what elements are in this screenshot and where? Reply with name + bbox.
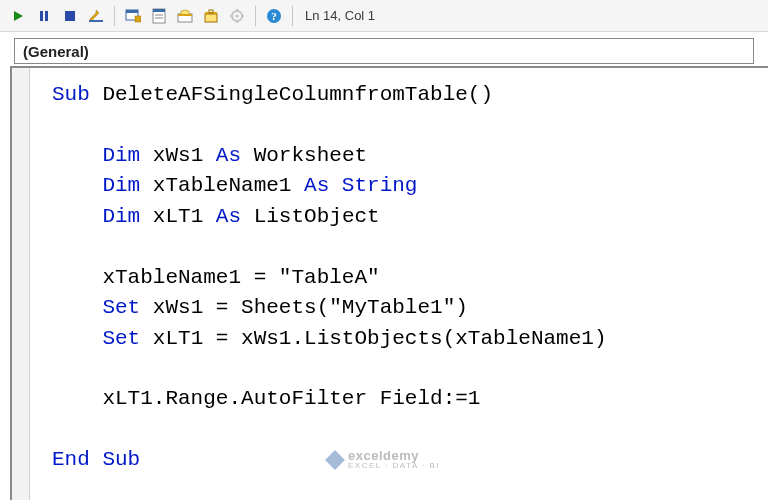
indicator-margin xyxy=(12,68,30,500)
svg-rect-14 xyxy=(178,14,192,16)
svg-rect-21 xyxy=(236,20,238,23)
separator xyxy=(114,6,115,26)
code-editor[interactable]: Sub DeleteAFSingleColumnfromTable() Dim … xyxy=(10,66,768,500)
code-content[interactable]: Sub DeleteAFSingleColumnfromTable() Dim … xyxy=(12,68,768,476)
svg-rect-10 xyxy=(153,9,165,12)
svg-rect-20 xyxy=(236,9,238,12)
separator xyxy=(292,6,293,26)
svg-rect-8 xyxy=(135,16,141,22)
design-mode-icon[interactable] xyxy=(84,4,108,28)
svg-rect-3 xyxy=(65,11,75,21)
toolbox-icon[interactable] xyxy=(199,4,223,28)
run-icon[interactable] xyxy=(6,4,30,28)
help-icon[interactable]: ? xyxy=(262,4,286,28)
svg-rect-7 xyxy=(126,10,138,13)
toolbar: ? Ln 14, Col 1 xyxy=(0,0,768,32)
svg-rect-17 xyxy=(209,10,213,13)
svg-rect-22 xyxy=(230,15,233,17)
cursor-position: Ln 14, Col 1 xyxy=(305,8,375,23)
svg-marker-0 xyxy=(14,11,23,21)
svg-rect-1 xyxy=(40,11,43,21)
svg-point-19 xyxy=(236,14,239,17)
object-browser-icon[interactable] xyxy=(173,4,197,28)
object-dropdown-value: (General) xyxy=(23,43,89,60)
references-icon[interactable] xyxy=(225,4,249,28)
project-explorer-icon[interactable] xyxy=(121,4,145,28)
svg-rect-5 xyxy=(89,20,103,22)
pause-icon[interactable] xyxy=(32,4,56,28)
properties-icon[interactable] xyxy=(147,4,171,28)
svg-rect-2 xyxy=(45,11,48,21)
stop-icon[interactable] xyxy=(58,4,82,28)
object-dropdown-bar: (General) xyxy=(0,32,768,66)
separator xyxy=(255,6,256,26)
svg-rect-15 xyxy=(205,14,217,22)
svg-rect-23 xyxy=(241,15,244,17)
object-dropdown[interactable]: (General) xyxy=(14,38,754,64)
svg-text:?: ? xyxy=(271,10,277,22)
